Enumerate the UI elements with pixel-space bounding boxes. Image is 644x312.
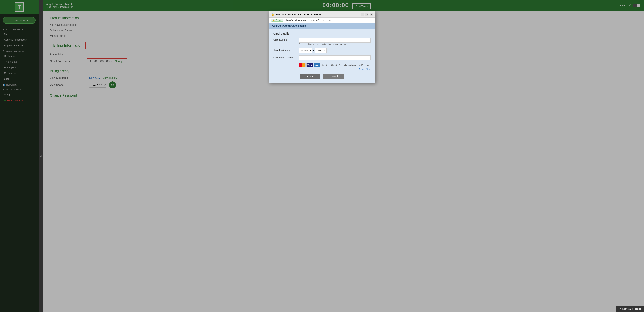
secure-badge: 🔒 Secure (271, 18, 284, 22)
card-number-hint: (enter credit card number without any sp… (299, 43, 371, 45)
card-details-title: Card Details (273, 32, 371, 35)
cardholder-field-group (299, 56, 371, 60)
modal-window-controls: _ □ ✕ (361, 13, 373, 16)
card-logos-area: VISA AMEX We Accept MasterCard, Visa and… (299, 63, 371, 70)
expiry-separator: / (313, 49, 314, 52)
card-expiration-row: Card Expiration Month JanFebMar AprMayJu… (273, 48, 371, 53)
browser-icon: 🔒 (271, 13, 274, 16)
modal-header: Add/Edit Credit Card details (269, 23, 375, 29)
modal-addressbar: 🔒 Secure https://beta.timerewards.com/qm… (269, 18, 375, 23)
close-button[interactable]: ✕ (370, 13, 373, 16)
modal-save-button[interactable]: Save (300, 74, 320, 80)
modal-title: 🔒 Add/Edit Credit Card Info - Google Chr… (271, 13, 321, 16)
accept-text: We Accept MasterCard, Visa and American … (322, 64, 369, 66)
month-select[interactable]: Month JanFebMar AprMayJun JulAugSep OctN… (299, 48, 312, 53)
minimize-button[interactable]: _ (361, 13, 364, 16)
leave-message-widget[interactable]: ✉ Leave a message (616, 306, 644, 312)
modal-titlebar: 🔒 Add/Edit Credit Card Info - Google Chr… (269, 11, 375, 18)
modal-overlay: 🔒 Add/Edit Credit Card Info - Google Chr… (0, 0, 644, 312)
year-select[interactable]: Year 201720182019 202020212022 202320242… (315, 48, 326, 53)
credit-card-modal: 🔒 Add/Edit Credit Card Info - Google Chr… (269, 11, 375, 83)
modal-buttons: Save Cancel (273, 74, 371, 80)
card-number-row: Card Number (enter credit card number wi… (273, 38, 371, 45)
visa-logo: VISA (306, 63, 313, 67)
lock-icon: 🔒 (272, 19, 275, 21)
cardholder-input[interactable] (299, 56, 371, 60)
cardholder-label: Card holder Name (273, 56, 299, 59)
card-number-label: Card Number (273, 38, 299, 41)
expiry-selects: Month JanFebMar AprMayJun JulAugSep OctN… (299, 48, 371, 53)
maximize-button[interactable]: □ (365, 13, 368, 16)
card-number-field-group: (enter credit card number without any sp… (299, 38, 371, 45)
url-bar[interactable]: https://beta.timerewards.com/qms/TRlogin… (285, 19, 331, 22)
leave-message-icon: ✉ (619, 308, 621, 310)
card-number-input[interactable] (299, 38, 371, 42)
modal-cancel-button[interactable]: Cancel (323, 74, 344, 80)
modal-content: Add/Edit Credit Card details Card Detail… (269, 23, 375, 83)
expiration-label: Card Expiration (273, 48, 299, 52)
modal-body: Card Details Card Number (enter credit c… (269, 29, 375, 83)
terms-link[interactable]: Terms of Use (359, 68, 371, 70)
mastercard-logo (299, 63, 306, 67)
leave-message-label: Leave a message (622, 308, 641, 310)
cardholder-row: Card holder Name (273, 56, 371, 60)
card-logos-row: VISA AMEX We Accept MasterCard, Visa and… (273, 63, 371, 70)
amex-logo: AMEX (314, 63, 320, 67)
